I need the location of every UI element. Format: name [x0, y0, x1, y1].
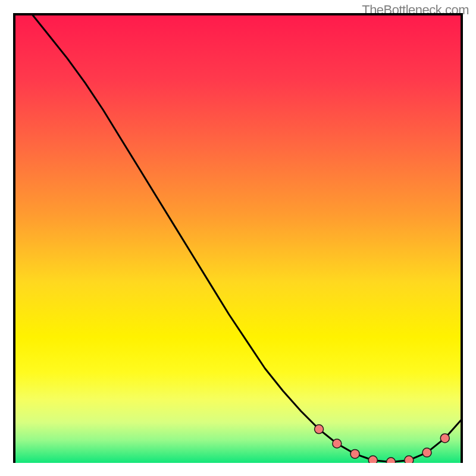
bottleneck-chart [13, 13, 463, 463]
chart-background [13, 13, 463, 463]
curve-marker [422, 448, 431, 457]
curve-marker [350, 449, 359, 458]
curve-marker [368, 456, 377, 463]
curve-marker [440, 434, 449, 443]
curve-marker [405, 456, 414, 463]
chart-container [13, 13, 463, 463]
curve-marker [315, 425, 324, 434]
curve-marker [333, 439, 342, 448]
curve-marker [387, 458, 396, 463]
